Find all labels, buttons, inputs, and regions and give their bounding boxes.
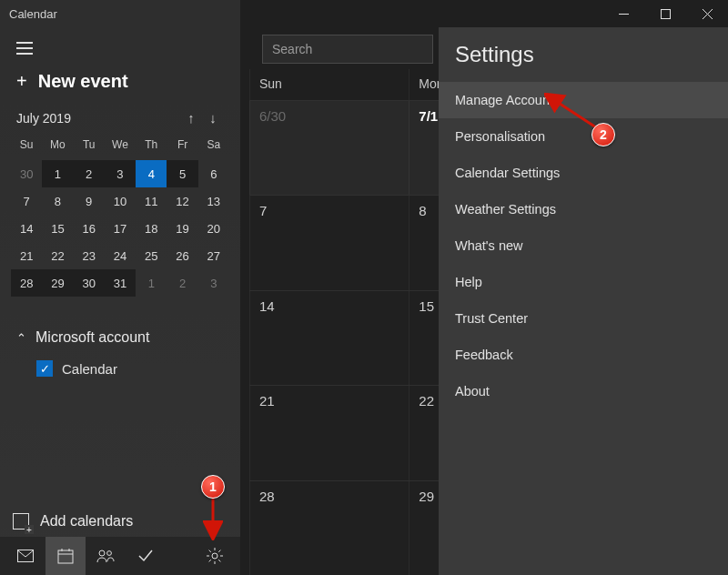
- mini-cal-day[interactable]: 8: [42, 187, 73, 215]
- calendar-check-label: Calendar: [62, 361, 117, 377]
- gear-icon: [207, 548, 223, 564]
- grid-day-cell[interactable]: 14: [249, 291, 409, 385]
- svg-rect-5: [58, 550, 73, 563]
- weekday-header: Sa: [198, 133, 229, 160]
- mini-cal-day[interactable]: 3: [105, 160, 136, 187]
- svg-line-16: [209, 550, 211, 552]
- checkbox-checked-icon: ✓: [36, 360, 53, 377]
- grid-day-cell[interactable]: 7: [249, 196, 409, 289]
- calendar-checkbox-row[interactable]: ✓ Calendar: [16, 351, 224, 386]
- settings-item-weather-settings[interactable]: Weather Settings: [439, 191, 728, 227]
- weekday-header: Fr: [167, 133, 197, 160]
- mini-cal-day[interactable]: 16: [74, 215, 105, 242]
- settings-title: Settings: [439, 27, 728, 82]
- settings-item-about[interactable]: About: [439, 373, 728, 409]
- settings-button[interactable]: [195, 537, 235, 575]
- new-event-label: New event: [38, 71, 128, 92]
- mini-cal-day[interactable]: 24: [105, 242, 136, 269]
- mail-button[interactable]: [5, 537, 46, 575]
- mini-cal-day[interactable]: 12: [167, 187, 197, 215]
- checkmark-icon: [137, 548, 154, 564]
- next-month-button[interactable]: ↓: [202, 110, 224, 126]
- new-event-button[interactable]: + New event: [0, 66, 240, 103]
- annotation-arrow-1: [203, 495, 223, 540]
- mini-cal-day[interactable]: 9: [74, 187, 105, 215]
- day-header: Sun: [249, 69, 409, 100]
- grid-day-cell[interactable]: 6/30: [249, 101, 409, 195]
- mini-cal-day[interactable]: 23: [74, 242, 105, 269]
- mini-cal-day[interactable]: 11: [136, 187, 167, 215]
- svg-rect-4: [18, 550, 34, 562]
- mini-cal-day[interactable]: 5: [167, 160, 197, 187]
- mini-cal-day[interactable]: 10: [105, 187, 136, 215]
- mini-cal-day[interactable]: 21: [11, 242, 42, 269]
- hamburger-icon: [16, 42, 33, 55]
- account-label: Microsoft account: [35, 329, 149, 346]
- weekday-header: Tu: [74, 133, 105, 160]
- mini-cal-day[interactable]: 29: [42, 269, 73, 297]
- account-toggle[interactable]: ⌃ Microsoft account: [16, 324, 224, 351]
- mini-cal-day[interactable]: 3: [198, 269, 229, 297]
- settings-item-help[interactable]: Help: [439, 264, 728, 300]
- settings-item-calendar-settings[interactable]: Calendar Settings: [439, 155, 728, 191]
- mini-cal-day[interactable]: 2: [74, 160, 105, 187]
- mini-cal-day[interactable]: 17: [105, 215, 136, 242]
- hamburger-button[interactable]: [0, 33, 240, 66]
- search-input[interactable]: [272, 42, 423, 56]
- grid-day-cell[interactable]: 28: [249, 481, 409, 575]
- svg-rect-1: [661, 9, 670, 18]
- weekday-header: Su: [11, 133, 42, 160]
- settings-item-trust-center[interactable]: Trust Center: [439, 300, 728, 337]
- calendar-icon: [57, 548, 74, 564]
- svg-point-11: [212, 553, 217, 559]
- mini-cal-day[interactable]: 2: [167, 269, 197, 297]
- svg-line-17: [218, 560, 220, 561]
- app-title: Calendar: [9, 7, 57, 21]
- mini-cal-day[interactable]: 22: [42, 242, 73, 269]
- add-calendar-icon: [13, 513, 29, 530]
- search-box[interactable]: [262, 35, 433, 64]
- bottom-nav-rail: [0, 537, 240, 575]
- mini-cal-day[interactable]: 30: [11, 160, 42, 187]
- mini-cal-day[interactable]: 15: [42, 215, 73, 242]
- prev-month-button[interactable]: ↑: [180, 110, 202, 126]
- close-button[interactable]: [686, 0, 728, 27]
- todo-button[interactable]: [126, 537, 166, 575]
- settings-item-what-s-new[interactable]: What's new: [439, 227, 728, 264]
- grid-day-cell[interactable]: 21: [249, 386, 409, 479]
- mini-cal-day[interactable]: 28: [11, 269, 42, 297]
- annotation-callout-1: 1: [201, 475, 225, 499]
- svg-line-18: [218, 550, 220, 552]
- mini-cal-day[interactable]: 19: [167, 215, 197, 242]
- mini-cal-day[interactable]: 26: [167, 242, 197, 269]
- mini-cal-day[interactable]: 4: [136, 160, 167, 187]
- chevron-up-icon: ⌃: [16, 331, 26, 345]
- mini-cal-day[interactable]: 7: [11, 187, 42, 215]
- mini-cal-day[interactable]: 20: [198, 215, 229, 242]
- mini-cal-day[interactable]: 18: [136, 215, 167, 242]
- mini-calendar: SuMoTuWeThFrSa 3012345678910111213141516…: [0, 133, 240, 297]
- mini-cal-day[interactable]: 6: [198, 160, 229, 187]
- mini-cal-day[interactable]: 25: [136, 242, 167, 269]
- weekday-header: Mo: [42, 133, 73, 160]
- people-button[interactable]: [86, 537, 126, 575]
- calendar-button[interactable]: [46, 537, 86, 575]
- weekday-header: Th: [136, 133, 167, 160]
- svg-point-9: [99, 550, 105, 556]
- mini-cal-day[interactable]: 31: [105, 269, 136, 297]
- mini-cal-day[interactable]: 1: [42, 160, 73, 187]
- mail-icon: [17, 550, 34, 562]
- mini-cal-day[interactable]: 1: [136, 269, 167, 297]
- add-calendars-label: Add calendars: [40, 513, 133, 530]
- minimize-button[interactable]: [602, 0, 644, 27]
- mini-cal-day[interactable]: 14: [11, 215, 42, 242]
- maximize-button[interactable]: [644, 0, 686, 27]
- month-label[interactable]: July 2019: [16, 111, 180, 126]
- mini-cal-day[interactable]: 30: [74, 269, 105, 297]
- mini-cal-day[interactable]: 13: [198, 187, 229, 215]
- mini-cal-day[interactable]: 27: [198, 242, 229, 269]
- settings-item-feedback[interactable]: Feedback: [439, 337, 728, 373]
- plus-icon: +: [16, 71, 27, 92]
- people-icon: [96, 549, 115, 563]
- titlebar: Calendar: [0, 0, 728, 27]
